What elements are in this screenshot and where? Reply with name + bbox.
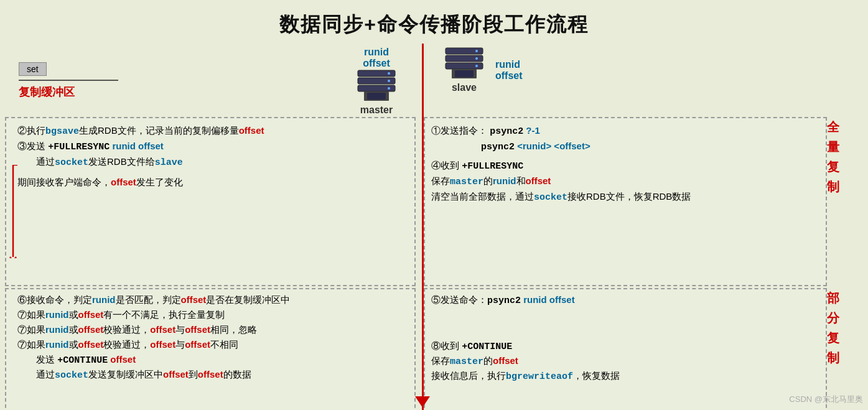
svg-point-16 [475,57,478,60]
slave-label: slave [452,82,477,93]
bottom-arrow-icon [414,396,431,409]
svg-marker-11 [415,396,430,408]
svg-point-5 [388,87,390,90]
full-sync-steps-right: ①发送指令： psync2 ?-1 psync2 <runid> <offset… [431,121,820,207]
master-server-icon [355,69,398,103]
svg-rect-7 [367,93,386,100]
partial-sync-steps-left: ⑥接收命令，判定runid是否匹配，判定offset是否在复制缓冲区中 ⑦如果r… [17,291,413,384]
partial-sync-steps-right: ⑤发送命令：psync2 runid offset ⑧收到 +CONTINUE … [431,291,820,385]
slave-runid-label: runid [495,59,523,70]
right-header: slave runid offset [424,44,847,115]
set-button: set [19,62,47,76]
buffer-label: 复制缓冲区 [19,85,118,100]
master-offset-label: offset [363,58,390,69]
vertical-divider [422,44,424,410]
right-panel: slave runid offset 全量复制 ①发送指令： psync2 ?-… [424,44,847,410]
slave-section: slave [442,47,486,93]
full-sync-label: 全量复制 [823,117,843,197]
master-section: runid offset master [355,47,398,116]
svg-rect-19 [455,70,474,77]
left-header: set 复制缓冲区 runid offset [6,44,423,115]
slave-runid-offset: runid offset [495,59,523,82]
svg-point-15 [475,50,478,52]
svg-point-3 [388,72,390,75]
partial-sync-label: 部分复制 [823,288,843,368]
main-container: 数据同步+命令传播阶段工作流程 set 复制缓冲区 runid offset [0,0,868,410]
slave-server-icon [442,47,486,81]
watermark: CSDN @东北马里奥 [789,394,863,405]
content-wrapper: set 复制缓冲区 runid offset [0,44,868,410]
left-red-arrow [9,165,17,258]
master-runid-label: runid [364,47,389,58]
slave-offset-label: offset [495,70,523,82]
svg-point-17 [475,65,478,67]
set-buffer-area: set 复制缓冲区 [19,62,118,100]
master-label: master [360,105,393,116]
page-title: 数据同步+命令传播阶段工作流程 [0,0,868,44]
left-panel: set 复制缓冲区 runid offset [0,44,423,410]
full-sync-steps-left: ②执行bgsave生成RDB文件，记录当前的复制偏移量offset ③发送 +F… [17,121,413,192]
svg-point-4 [388,80,390,82]
buffer-line [19,80,118,81]
